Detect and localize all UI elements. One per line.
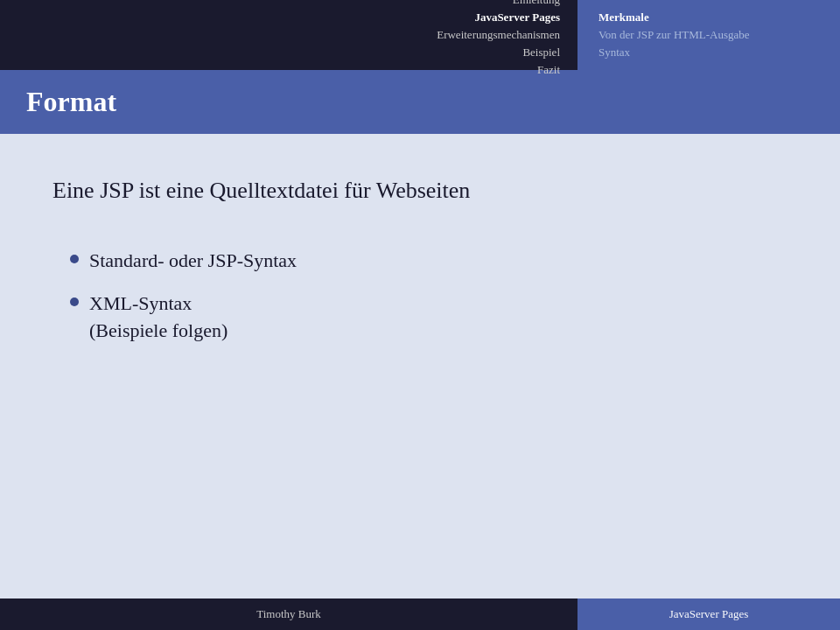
nav-item-syntax[interactable]: Syntax (598, 46, 630, 60)
nav-item-fazit[interactable]: Fazit (537, 63, 560, 77)
nav-item-jsp-html[interactable]: Von der JSP zur HTML-Ausgabe (598, 28, 750, 42)
nav-item-javaserver-pages[interactable]: JavaServer Pages (474, 10, 560, 24)
footer: Timothy Burk JavaServer Pages (0, 598, 840, 630)
intro-text: Eine JSP ist eine Quelltextdatei für Web… (52, 178, 788, 204)
title-bar: Format (0, 70, 840, 134)
bullet-text-standard: Standard- oder JSP-Syntax (89, 248, 788, 275)
footer-title: JavaServer Pages (578, 598, 840, 630)
nav-right-panel: Merkmale Von der JSP zur HTML-Ausgabe Sy… (578, 0, 840, 70)
bullet-icon (70, 298, 79, 306)
nav-item-erweiterungsmechanismen[interactable]: Erweiterungsmechanismen (437, 28, 560, 42)
nav-left-panel: Einleitung JavaServer Pages Erweiterungs… (0, 0, 578, 70)
nav-item-merkmale[interactable]: Merkmale (598, 10, 649, 24)
nav-item-einleitung[interactable]: Einleitung (513, 0, 560, 7)
bullet-list: Standard- oder JSP-Syntax XML-Syntax(Bei… (70, 248, 788, 344)
footer-author: Timothy Burk (0, 598, 578, 630)
top-navigation: Einleitung JavaServer Pages Erweiterungs… (0, 0, 840, 70)
main-content: Eine JSP ist eine Quelltextdatei für Web… (0, 134, 840, 395)
nav-item-beispiel[interactable]: Beispiel (522, 46, 560, 60)
bullet-text-xml: XML-Syntax(Beispiele folgen) (89, 290, 788, 345)
slide-title: Format (26, 86, 116, 118)
bullet-icon (70, 255, 79, 263)
list-item: XML-Syntax(Beispiele folgen) (70, 290, 788, 345)
list-item: Standard- oder JSP-Syntax (70, 248, 788, 275)
